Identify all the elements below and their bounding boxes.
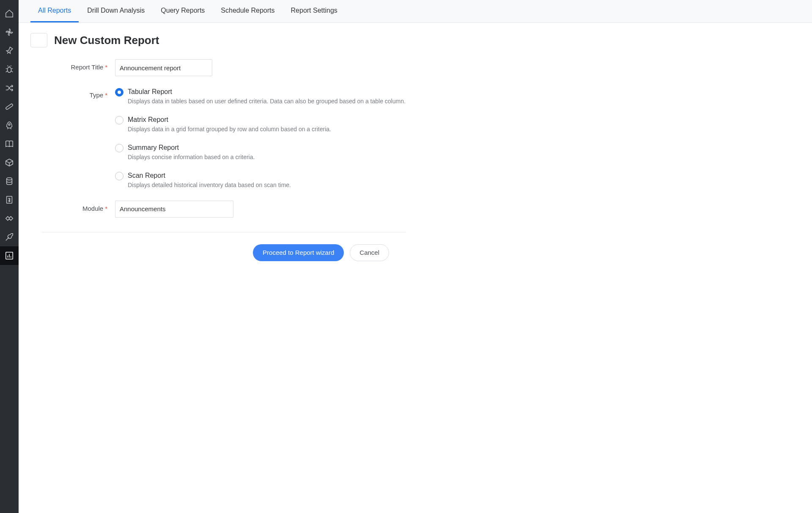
- type-option-desc: Displays concise information based on a …: [128, 153, 255, 162]
- type-option-scan[interactable]: Scan Report Displays detailed historical…: [115, 171, 560, 190]
- proceed-button[interactable]: Proceed to Report wizard: [253, 244, 344, 261]
- nav-invoice[interactable]: [0, 190, 19, 209]
- module-select[interactable]: Announcements: [115, 201, 233, 218]
- label-report-title: Report Title*: [30, 59, 115, 71]
- radio-indicator[interactable]: [115, 172, 123, 180]
- nav-handshake[interactable]: [0, 209, 19, 228]
- nav-cube[interactable]: [0, 153, 19, 172]
- action-bar: Proceed to Report wizard Cancel: [42, 232, 406, 261]
- page-title: New Custom Report: [54, 34, 159, 47]
- type-option-title: Summary Report: [128, 143, 255, 152]
- arrow-left-icon: [35, 36, 43, 44]
- nav-rocket[interactable]: [0, 116, 19, 135]
- nav-bandage[interactable]: [0, 97, 19, 116]
- type-option-desc: Displays data in a grid format grouped b…: [128, 125, 331, 134]
- tab-query-reports[interactable]: Query Reports: [153, 0, 212, 22]
- nav-pin[interactable]: [0, 41, 19, 60]
- side-nav: [0, 0, 19, 513]
- tab-report-settings[interactable]: Report Settings: [283, 0, 345, 22]
- required-marker: *: [105, 63, 107, 71]
- tab-all-reports[interactable]: All Reports: [30, 0, 79, 22]
- cancel-button[interactable]: Cancel: [350, 244, 389, 261]
- radio-indicator[interactable]: [115, 88, 123, 97]
- back-button[interactable]: [30, 33, 47, 47]
- type-option-desc: Displays data in tables based on user de…: [128, 97, 406, 106]
- type-option-title: Tabular Report: [128, 87, 406, 97]
- nav-book[interactable]: [0, 135, 19, 153]
- tab-drill-down-analysis[interactable]: Drill Down Analysis: [80, 0, 152, 22]
- type-option-desc: Displays detailed historical inventory d…: [128, 181, 291, 190]
- required-marker: *: [105, 91, 107, 99]
- tab-schedule-reports[interactable]: Schedule Reports: [213, 0, 282, 22]
- type-option-tabular[interactable]: Tabular Report Displays data in tables b…: [115, 87, 560, 106]
- report-title-input[interactable]: [115, 59, 212, 76]
- label-type: Type*: [30, 87, 115, 99]
- required-marker: *: [105, 205, 107, 212]
- label-module: Module*: [30, 201, 115, 212]
- type-option-title: Scan Report: [128, 171, 291, 180]
- type-option-matrix[interactable]: Matrix Report Displays data in a grid fo…: [115, 115, 560, 134]
- nav-bug[interactable]: [0, 60, 19, 79]
- nav-database[interactable]: [0, 172, 19, 190]
- tab-strip: All Reports Drill Down Analysis Query Re…: [19, 0, 812, 23]
- nav-reports[interactable]: [0, 246, 19, 265]
- nav-shuffle[interactable]: [0, 79, 19, 97]
- nav-wrench[interactable]: [0, 228, 19, 246]
- chevron-down-icon: [222, 205, 229, 213]
- type-option-summary[interactable]: Summary Report Displays concise informat…: [115, 143, 560, 162]
- radio-indicator[interactable]: [115, 116, 123, 124]
- radio-indicator[interactable]: [115, 144, 123, 152]
- module-selected-value: Announcements: [120, 205, 165, 212]
- nav-pinwheel[interactable]: [0, 23, 19, 41]
- nav-home[interactable]: [0, 4, 19, 23]
- type-option-title: Matrix Report: [128, 115, 331, 124]
